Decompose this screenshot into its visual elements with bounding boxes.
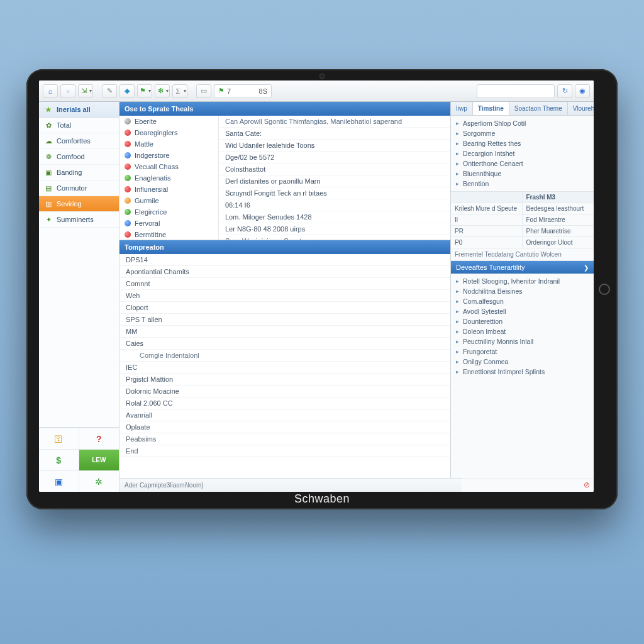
right-row-label: Bluennthique [463,170,501,177]
tree-row[interactable]: Enaglenatis [119,172,218,184]
sidebar-btn-card[interactable]: ▣ [39,470,79,492]
right-keyvalue: Frashl M3Krilesh Mure d SpeuteBedesgea l… [451,192,594,248]
sidebar-btn-qmark[interactable]: ? [79,428,119,449]
kv-cell[interactable]: Il [451,214,523,226]
home-button[interactable] [599,284,610,295]
sidebar-item-5[interactable]: ▥Seviring [39,196,119,212]
kv-cell[interactable]: P0 [451,237,523,248]
kv-cell[interactable]: Bedesgea leasthourt [523,203,594,214]
sidebar-item-1[interactable]: ☁Comforttes [39,133,119,149]
sidebar-item-6[interactable]: ✦Summinerts [39,212,119,228]
list-row[interactable]: Rolal 2.060 CC [119,397,450,409]
right-row-label: Dounterettion [463,318,502,325]
right-row[interactable]: ▸Nodchilitna Beisines [451,286,594,296]
list-row[interactable]: Weh [119,290,450,302]
toolbar-status-field[interactable]: ⚑ 7 8S [214,84,272,98]
tree-row[interactable]: Deareginglers [119,127,218,138]
tree-row[interactable]: Bermtittne [119,229,218,240]
right-row[interactable]: ▸Peuctniliny Monnis Inlall [451,336,594,347]
tab-1[interactable]: Timstine [473,102,509,115]
tree-row[interactable]: Fervoral [119,218,218,229]
tree-row[interactable]: Vecuall Chass [119,161,218,172]
toolbar-btn-refresh[interactable]: ↻ [557,84,572,98]
sidebar-item-icon: ✦ [44,215,53,224]
search-box[interactable] [477,84,555,98]
lower-list: DPS14Apontiantial ChamitsComnntWehClopor… [119,254,450,492]
tab-3[interactable]: Vlourehonr [568,102,594,115]
toolbar-btn-menu[interactable]: Σ [172,84,187,98]
list-row[interactable]: Peabsims [119,433,450,445]
chevron-icon: ▸ [456,130,459,136]
tree-row[interactable]: Indgerstore [119,150,218,161]
list-row[interactable]: Prgistcl Mattion [119,374,450,386]
warning-icon[interactable]: ⊘ [584,480,590,491]
tab-0[interactable]: Iiwp [451,102,473,115]
toolbar-btn-tag[interactable]: ◆ [119,84,135,98]
list-row[interactable]: Dolornic Moacine [119,386,450,397]
tree-row[interactable]: Influnersial [119,184,218,195]
list-row[interactable]: Comnnt [119,278,450,290]
toolbar-btn-export[interactable]: ⇲ [78,84,93,98]
right-row[interactable]: ▸Asperliom Shlop Cotil [451,118,594,128]
toolbar-btn-edit[interactable]: ✎ [102,84,117,98]
right-row-label: Rotell Slooging, Ivhenitor Indranil [463,277,560,285]
right-row[interactable]: ▸Onilgy Conmea [451,357,594,367]
right-row[interactable]: ▸Com.alfesgun [451,296,594,306]
right-row[interactable]: ▸Bearing Rettes thes [451,138,594,148]
tree-row[interactable]: Eberite [119,116,218,127]
right-row[interactable]: ▸Bluennthique [451,169,594,179]
right-row[interactable]: ▸Ontterthone Cenaert [451,158,594,169]
sidebar-header: ★ Inerials all [39,102,119,118]
tree-row[interactable]: Mattle [119,138,218,150]
sidebar-item-3[interactable]: ▣Banding [39,165,119,180]
right-row[interactable]: ▸Decargion Intshet [451,148,594,158]
tree-label: Bermtittne [135,231,166,238]
right-row[interactable]: ▸Dounterettion [451,316,594,326]
kv-cell[interactable]: Orderingor Uloot [523,237,594,248]
sidebar-item-icon: ▥ [44,199,53,208]
list-row[interactable]: SPS T allen [119,314,450,326]
right-row-label: Bearing Rettes thes [463,140,521,147]
list-row[interactable]: IEC [119,362,450,374]
sidebar-btn-dollar[interactable]: $ [39,449,79,470]
kv-cell[interactable]: Krilesh Mure d Speute [451,203,523,214]
list-row[interactable]: Avanriall [119,409,450,421]
kv-cell[interactable]: Fod Miraentre [523,214,594,226]
toolbar-btn-save[interactable]: ▫ [60,84,75,98]
toolbar-btn-home[interactable]: ⌂ [43,84,58,98]
list-row[interactable]: Oplaate [119,421,450,433]
list-row[interactable]: Comgle Indentalonl [119,350,450,362]
sidebar-item-4[interactable]: ▤Conmutor [39,180,119,196]
sidebar-btn-gear[interactable]: ✲ [79,470,119,492]
right-section2-head[interactable]: Deveaftes Tunerartility ❯ [451,261,594,274]
right-row[interactable]: ▸Avodl Sytestell [451,306,594,316]
sidebar-item-2[interactable]: ❁Comfood [39,149,119,165]
list-row[interactable]: DPS14 [119,254,450,266]
right-row[interactable]: ▸Frungoretat [451,347,594,357]
sidebar-item-0[interactable]: ✿Total [39,118,119,133]
toolbar-btn-doc[interactable]: ▭ [196,84,211,98]
list-row[interactable]: Cloport [119,302,450,314]
toolbar-btn-flag[interactable]: ⚑ [137,84,152,98]
kv-cell[interactable]: Pher Muaretrise [523,226,594,237]
list-row[interactable]: Caies [119,338,450,350]
sidebar-btn-new[interactable]: LEW [79,449,119,470]
sidebar-btn-key[interactable]: ⚿ [39,428,79,449]
tree-row[interactable]: Elegircrice [119,206,218,218]
bullet-icon [125,231,131,238]
right-row-label: Asperliom Shlop Cotil [463,119,526,127]
search-input[interactable] [481,87,550,95]
tab-2[interactable]: Soactaon Theme [509,102,568,115]
right-row[interactable]: ▸Ennettionst Intimprel Splints [451,367,594,377]
list-row[interactable]: Apontiantial Chamits [119,266,450,278]
right-row[interactable]: ▸Sorgomme [451,128,594,138]
right-row[interactable]: ▸Benntion [451,179,594,189]
list-row[interactable]: End [119,445,450,457]
toolbar-btn-help[interactable]: ◉ [575,84,590,98]
toolbar-btn-bug[interactable]: ✻ [155,84,170,98]
kv-cell[interactable]: PR [451,226,523,237]
right-row[interactable]: ▸Rotell Slooging, Ivhenitor Indranil [451,276,594,286]
tree-row[interactable]: Gurmile [119,195,218,206]
list-row[interactable]: MM [119,326,450,338]
right-row[interactable]: ▸Doleon Imbeat [451,326,594,336]
